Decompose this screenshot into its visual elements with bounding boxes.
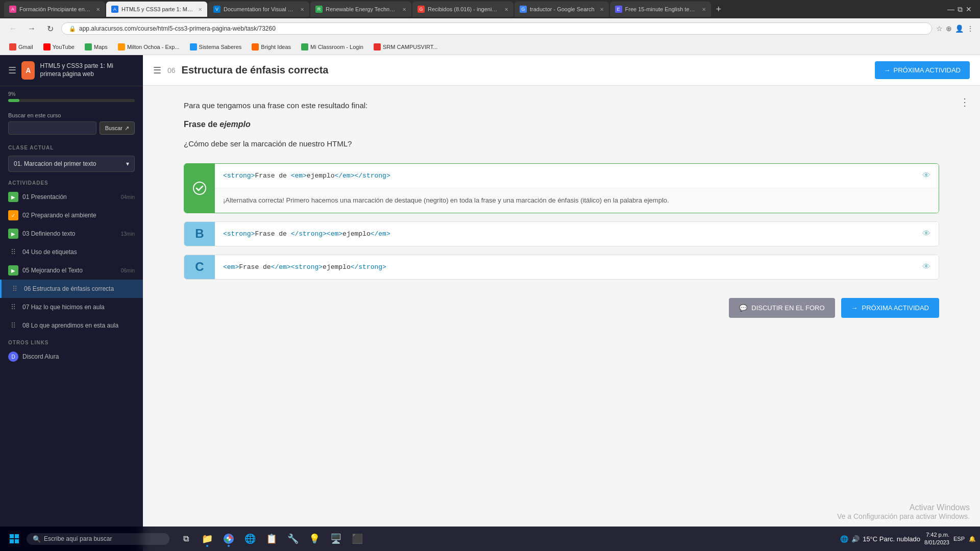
lesson-title: Estructura de énfasis correcta	[182, 64, 869, 76]
browser-chrome: A Formación Principiante en Prog... ✕ A …	[0, 0, 980, 55]
search-section: Buscar en este curso Buscar ↗	[0, 107, 143, 140]
close-tab-4[interactable]: ✕	[402, 7, 406, 12]
external-link-icon: ↗	[125, 125, 129, 132]
bookmark-star-icon[interactable]: ☆	[936, 24, 943, 33]
activity-item-01[interactable]: ▶ 01 Presentación 04min	[0, 188, 143, 206]
option-a-content: <strong>Frase de <em>ejemplo</em></stron…	[215, 164, 939, 213]
clase-actual-section-title: CLASE ACTUAL	[0, 140, 143, 153]
activity-item-02[interactable]: ✓ 02 Preparando el ambiente	[0, 206, 143, 224]
option-a-label	[184, 164, 215, 213]
activity-item-07[interactable]: ⠿ 07 Haz lo que hicimos en aula	[0, 298, 143, 316]
tab-5[interactable]: G Recibidos (8.016) - ingenieraag... ✕	[412, 2, 513, 17]
bookmark-milton[interactable]: Milton Ochoa - Exp...	[114, 42, 184, 52]
sidebar: ☰ A HTML5 y CSS3 parte 1: Mi primera pág…	[0, 55, 143, 551]
search-button[interactable]: Buscar ↗	[100, 121, 135, 135]
taskbar-file-icon[interactable]: 📁	[197, 529, 217, 549]
taskbar-clock[interactable]: 7:42 p.m. 8/01/2023	[924, 531, 949, 547]
taskbar-app6-icon[interactable]: 🔧	[283, 529, 303, 549]
close-tab-6[interactable]: ✕	[600, 7, 604, 12]
taskbar-system-icons: 🌐 🔊 15°C Parc. nublado	[840, 535, 920, 543]
taskbar-app7-icon[interactable]: 💡	[304, 529, 325, 549]
more-options-icon[interactable]: ⋮	[960, 96, 970, 108]
bookmark-srm[interactable]: SRM CAMPUSVIRT...	[370, 42, 442, 52]
eye-icon-c[interactable]: 👁	[922, 262, 930, 272]
eye-icon-a[interactable]: 👁	[922, 171, 930, 181]
otros-links-title: OTROS LINKS	[0, 335, 143, 347]
tab-1[interactable]: A Formación Principiante en Prog... ✕	[4, 2, 105, 17]
taskbar-chrome-icon[interactable]	[218, 529, 239, 549]
option-a-explanation: ¡Alternativa correcta! Primero hacemos u…	[215, 188, 939, 213]
back-button[interactable]: ←	[6, 21, 20, 36]
tab-6[interactable]: G traductor - Google Search ✕	[514, 2, 609, 17]
settings-icon[interactable]: ⋮	[967, 24, 974, 33]
taskbar-edge-icon[interactable]: 🌐	[240, 529, 260, 549]
activity-item-03[interactable]: ▶ 03 Definiendo texto 13min	[0, 224, 143, 243]
activity-icon-04: ⠿	[8, 247, 18, 257]
close-tab-5[interactable]: ✕	[504, 7, 508, 12]
url-bar[interactable]: 🔒 app.aluracursos.com/course/html5-css3-…	[61, 22, 932, 35]
activity-item-06[interactable]: ⠿ 06 Estructura de énfasis correcta	[0, 280, 143, 298]
bookmark-bright[interactable]: Bright Ideas	[248, 42, 295, 52]
sidebar-menu-icon[interactable]: ☰	[8, 65, 16, 76]
close-icon[interactable]: ✕	[966, 5, 972, 14]
header-menu-icon[interactable]: ☰	[153, 65, 161, 76]
notifications-icon[interactable]: 🔔	[969, 536, 976, 542]
taskbar-app5-icon[interactable]: 📋	[261, 529, 282, 549]
bookmark-maps[interactable]: Maps	[81, 42, 112, 52]
network-icon[interactable]: 🌐	[840, 535, 848, 543]
chrome-icon	[223, 533, 234, 544]
address-bar: ← → ↻ 🔒 app.aluracursos.com/course/html5…	[0, 18, 980, 39]
close-tab-1[interactable]: ✕	[96, 7, 100, 12]
eye-icon-b[interactable]: 👁	[922, 229, 930, 239]
discuss-forum-button[interactable]: 💬 DISCUTIR EN EL FORO	[729, 298, 835, 318]
search-label: Buscar en este curso	[8, 112, 135, 118]
tab-7[interactable]: E Free 15-minute English test | E... ✕	[610, 2, 711, 17]
bottom-actions: 💬 DISCUTIR EN EL FORO → PRÓXIMA ACTIVIDA…	[184, 288, 939, 323]
sidebar-header: ☰ A HTML5 y CSS3 parte 1: Mi primera pág…	[0, 55, 143, 86]
tab-3[interactable]: V Documentation for Visual Studi... ✕	[208, 2, 309, 17]
extension-icon[interactable]: ⊕	[946, 24, 952, 33]
restore-icon[interactable]: ⧉	[958, 5, 963, 14]
forward-button[interactable]: →	[24, 21, 39, 36]
svg-rect-3	[10, 539, 14, 543]
discord-item[interactable]: D Discord Alura	[0, 347, 143, 366]
minimize-icon[interactable]: —	[947, 5, 954, 14]
taskbar-taskview-icon[interactable]: ⧉	[176, 529, 196, 549]
activity-icon-06: ⠿	[10, 284, 20, 294]
new-tab-button[interactable]: +	[712, 4, 726, 15]
bookmark-youtube[interactable]: YouTube	[39, 42, 79, 52]
start-button[interactable]	[4, 529, 24, 549]
activity-item-08[interactable]: ⠿ 08 Lo que aprendimos en esta aula	[0, 316, 143, 335]
tab-2[interactable]: A HTML5 y CSS3 parte 1: Mi prim... ✕	[106, 2, 207, 17]
svg-point-0	[193, 182, 206, 194]
close-tab-7[interactable]: ✕	[702, 7, 706, 12]
reload-button[interactable]: ↻	[43, 21, 57, 36]
tab-4[interactable]: R Renewable Energy Technology... ✕	[310, 2, 411, 17]
sidebar-course-title: HTML5 y CSS3 parte 1: Mi primera página …	[40, 62, 135, 78]
bookmark-sistema[interactable]: Sistema Saberes	[186, 42, 246, 52]
forum-icon: 💬	[739, 304, 747, 312]
next-activity-button-top[interactable]: → PRÓXIMA ACTIVIDAD	[875, 61, 970, 79]
answer-option-b: B <strong>Frase de </strong><em>ejemplo<…	[184, 221, 939, 246]
taskbar-search[interactable]: 🔍 Escribe aquí para buscar	[27, 533, 169, 545]
activity-item-04[interactable]: ⠿ 04 Uso de etiquetas	[0, 243, 143, 261]
current-class: 01. Marcacion del primer texto ▾	[0, 153, 143, 175]
bookmark-gmail[interactable]: Gmail	[5, 42, 37, 52]
volume-icon[interactable]: 🔊	[851, 535, 860, 543]
next-activity-button-bottom[interactable]: → PRÓXIMA ACTIVIDAD	[841, 298, 939, 318]
option-b-content: <strong>Frase de </strong><em>ejemplo</e…	[215, 222, 939, 246]
address-actions: ☆ ⊕ 👤 ⋮	[936, 24, 974, 33]
progress-label: 9%	[8, 91, 135, 97]
progress-bar-fill	[8, 99, 19, 102]
profile-icon[interactable]: 👤	[955, 24, 964, 33]
content-area: ⋮ Para que tengamos una frase con este r…	[143, 86, 980, 551]
current-class-button[interactable]: 01. Marcacion del primer texto ▾	[8, 156, 135, 172]
search-input[interactable]	[8, 121, 96, 135]
bookmark-classroom[interactable]: Mi Classroom - Login	[297, 42, 368, 52]
weather-text: 15°C Parc. nublado	[863, 535, 920, 543]
close-tab-3[interactable]: ✕	[300, 7, 304, 12]
taskbar-vscode-icon[interactable]: ⬛	[347, 529, 368, 549]
activity-item-05[interactable]: ▶ 05 Mejorando el Texto 06min	[0, 261, 143, 280]
taskbar-app8-icon[interactable]: 🖥️	[326, 529, 346, 549]
close-tab-2[interactable]: ✕	[198, 7, 202, 12]
